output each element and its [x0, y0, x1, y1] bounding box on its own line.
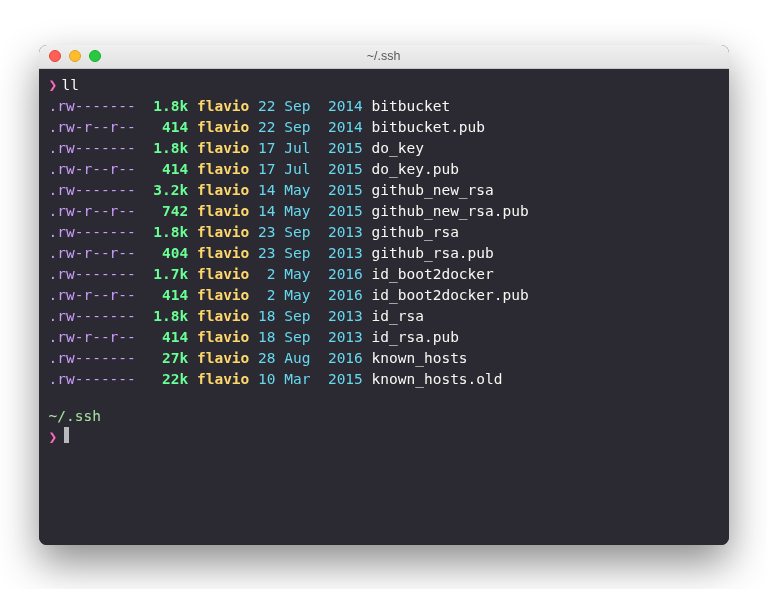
file-size: 22k: [145, 371, 189, 387]
file-size: 1.8k: [145, 308, 189, 324]
file-date: 14 May 2015: [258, 203, 363, 219]
file-permissions: .rw-r--r--: [49, 245, 136, 261]
cursor: [64, 427, 69, 443]
file-owner: flavio: [197, 161, 249, 177]
file-row: .rw------- 3.2k flavio 14 May 2015 githu…: [49, 180, 719, 201]
window-title: ~/.ssh: [39, 49, 729, 63]
file-row: .rw------- 1.7k flavio 2 May 2016 id_boo…: [49, 264, 719, 285]
file-name: id_rsa: [372, 308, 424, 324]
file-permissions: .rw-r--r--: [49, 203, 136, 219]
file-permissions: .rw-------: [49, 308, 136, 324]
prompt-symbol: ❯: [49, 427, 58, 448]
file-row: .rw-r--r-- 742 flavio 14 May 2015 github…: [49, 201, 719, 222]
prompt-line-1: ❯ ll: [49, 75, 719, 96]
file-date: 17 Jul 2015: [258, 140, 363, 156]
file-name: do_key.pub: [372, 161, 459, 177]
file-row: .rw------- 1.8k flavio 17 Jul 2015 do_ke…: [49, 138, 719, 159]
file-size: 404: [145, 245, 189, 261]
file-date: 17 Jul 2015: [258, 161, 363, 177]
file-name: id_boot2docker.pub: [372, 287, 529, 303]
file-owner: flavio: [197, 203, 249, 219]
file-name: id_rsa.pub: [372, 329, 459, 345]
file-permissions: .rw-r--r--: [49, 119, 136, 135]
file-name: github_new_rsa.pub: [372, 203, 529, 219]
file-size: 414: [145, 161, 189, 177]
file-owner: flavio: [197, 371, 249, 387]
prompt-line-2: ❯: [49, 427, 719, 448]
file-permissions: .rw-r--r--: [49, 329, 136, 345]
traffic-lights: [49, 50, 101, 62]
file-date: 14 May 2015: [258, 182, 363, 198]
file-row: .rw-r--r-- 414 flavio 22 Sep 2014 bitbuc…: [49, 117, 719, 138]
file-date: 22 Sep 2014: [258, 119, 363, 135]
terminal-window: ~/.ssh ❯ ll .rw------- 1.8k flavio 22 Se…: [39, 45, 729, 545]
file-owner: flavio: [197, 266, 249, 282]
file-permissions: .rw-------: [49, 98, 136, 114]
file-date: 23 Sep 2013: [258, 245, 363, 261]
file-size: 414: [145, 119, 189, 135]
file-row: .rw-r--r-- 404 flavio 23 Sep 2013 github…: [49, 243, 719, 264]
terminal-body[interactable]: ❯ ll .rw------- 1.8k flavio 22 Sep 2014 …: [39, 69, 729, 545]
file-size: 1.8k: [145, 98, 189, 114]
close-window-button[interactable]: [49, 50, 61, 62]
file-permissions: .rw-------: [49, 266, 136, 282]
file-date: 10 Mar 2015: [258, 371, 363, 387]
file-permissions: .rw-------: [49, 140, 136, 156]
prompt-symbol: ❯: [49, 75, 58, 96]
file-row: .rw------- 22k flavio 10 Mar 2015 known_…: [49, 369, 719, 390]
file-permissions: .rw-------: [49, 350, 136, 366]
file-date: 23 Sep 2013: [258, 224, 363, 240]
file-row: .rw------- 1.8k flavio 23 Sep 2013 githu…: [49, 222, 719, 243]
file-owner: flavio: [197, 350, 249, 366]
file-date: 22 Sep 2014: [258, 98, 363, 114]
file-name: bitbucket: [372, 98, 451, 114]
file-size: 27k: [145, 350, 189, 366]
file-row: .rw------- 1.8k flavio 18 Sep 2013 id_rs…: [49, 306, 719, 327]
file-date: 18 Sep 2013: [258, 329, 363, 345]
file-row: .rw------- 27k flavio 28 Aug 2016 known_…: [49, 348, 719, 369]
file-name: id_boot2docker: [372, 266, 494, 282]
maximize-window-button[interactable]: [89, 50, 101, 62]
file-owner: flavio: [197, 224, 249, 240]
window-titlebar: ~/.ssh: [39, 45, 729, 69]
file-size: 3.2k: [145, 182, 189, 198]
file-date: 2 May 2016: [258, 287, 363, 303]
file-name: known_hosts.old: [372, 371, 503, 387]
file-name: bitbucket.pub: [372, 119, 486, 135]
file-owner: flavio: [197, 329, 249, 345]
file-row: .rw-r--r-- 414 flavio 2 May 2016 id_boot…: [49, 285, 719, 306]
file-size: 1.8k: [145, 140, 189, 156]
minimize-window-button[interactable]: [69, 50, 81, 62]
file-date: 2 May 2016: [258, 266, 363, 282]
file-date: 28 Aug 2016: [258, 350, 363, 366]
file-name: known_hosts: [372, 350, 468, 366]
file-name: github_rsa.pub: [372, 245, 494, 261]
file-owner: flavio: [197, 119, 249, 135]
cwd-line: ~/.ssh: [49, 406, 719, 427]
file-owner: flavio: [197, 140, 249, 156]
file-size: 742: [145, 203, 189, 219]
file-permissions: .rw-r--r--: [49, 287, 136, 303]
file-name: github_new_rsa: [372, 182, 494, 198]
file-name: do_key: [372, 140, 424, 156]
file-permissions: .rw-r--r--: [49, 161, 136, 177]
file-owner: flavio: [197, 287, 249, 303]
file-owner: flavio: [197, 308, 249, 324]
file-size: 414: [145, 329, 189, 345]
file-owner: flavio: [197, 245, 249, 261]
file-name: github_rsa: [372, 224, 459, 240]
file-owner: flavio: [197, 182, 249, 198]
file-owner: flavio: [197, 98, 249, 114]
file-size: 1.8k: [145, 224, 189, 240]
file-permissions: .rw-------: [49, 371, 136, 387]
file-row: .rw-r--r-- 414 flavio 18 Sep 2013 id_rsa…: [49, 327, 719, 348]
file-row: .rw------- 1.8k flavio 22 Sep 2014 bitbu…: [49, 96, 719, 117]
file-size: 1.7k: [145, 266, 189, 282]
file-permissions: .rw-------: [49, 182, 136, 198]
command-text: ll: [62, 75, 79, 96]
file-listing: .rw------- 1.8k flavio 22 Sep 2014 bitbu…: [49, 96, 719, 390]
file-row: .rw-r--r-- 414 flavio 17 Jul 2015 do_key…: [49, 159, 719, 180]
file-permissions: .rw-------: [49, 224, 136, 240]
file-date: 18 Sep 2013: [258, 308, 363, 324]
file-size: 414: [145, 287, 189, 303]
